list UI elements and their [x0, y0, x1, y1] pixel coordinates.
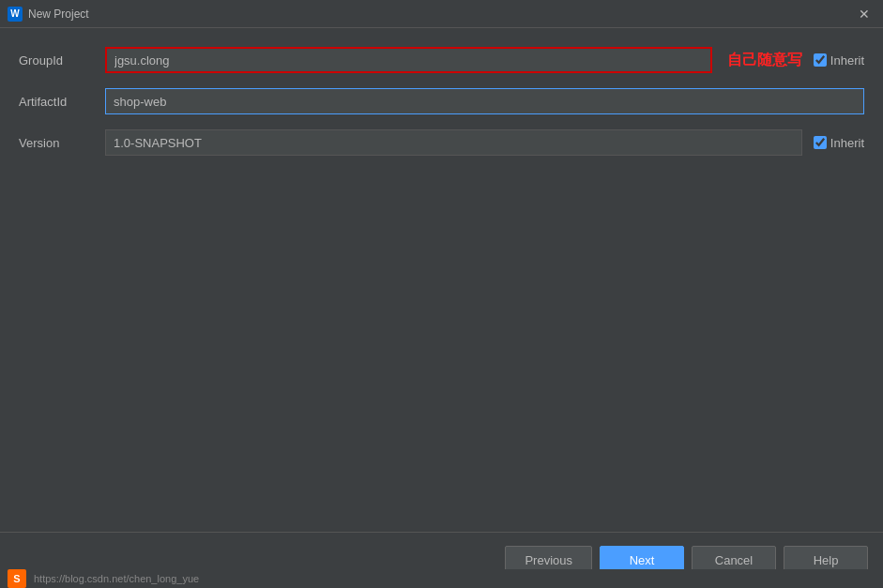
dialog-title: New Project	[28, 8, 89, 21]
dialog-content: GroupId 自己随意写 Inherit ArtifactId Version	[0, 28, 883, 532]
artifactid-row: ArtifactId	[19, 88, 864, 114]
version-inherit-label: Inherit	[830, 136, 864, 150]
url-text: https://blog.csdn.net/chen_long_yue	[34, 573, 199, 584]
form-area: GroupId 自己随意写 Inherit ArtifactId Version	[19, 47, 864, 156]
url-bar: S https://blog.csdn.net/chen_long_yue	[0, 569, 883, 588]
title-bar-left: W New Project	[8, 7, 89, 22]
version-label: Version	[19, 136, 94, 150]
version-input-wrapper	[105, 129, 802, 156]
groupid-inherit-checkbox[interactable]	[814, 53, 827, 67]
groupid-row: GroupId 自己随意写 Inherit	[19, 47, 864, 73]
artifactid-label: ArtifactId	[19, 95, 94, 109]
version-inherit-checkbox[interactable]	[814, 136, 827, 149]
groupid-input[interactable]	[105, 47, 712, 73]
artifactid-input-wrapper	[105, 88, 864, 114]
groupid-input-wrapper: 自己随意写	[105, 47, 802, 73]
title-bar: W New Project ✕	[0, 0, 883, 28]
version-input[interactable]	[105, 129, 802, 156]
bottom-bar: Previous Next Cancel Help S https://blog…	[0, 532, 883, 588]
groupid-inherit-label: Inherit	[830, 53, 864, 68]
content-spacer	[19, 156, 864, 532]
version-inherit-wrapper: Inherit	[814, 136, 864, 150]
groupid-inherit-wrapper: Inherit	[814, 53, 864, 68]
groupid-label: GroupId	[19, 53, 94, 68]
groupid-annotation: 自己随意写	[727, 51, 802, 70]
close-button[interactable]: ✕	[853, 5, 875, 23]
artifactid-input[interactable]	[105, 88, 864, 114]
s-badge-icon: S	[8, 569, 26, 588]
app-icon: W	[8, 7, 23, 22]
version-row: Version Inherit	[19, 129, 864, 156]
